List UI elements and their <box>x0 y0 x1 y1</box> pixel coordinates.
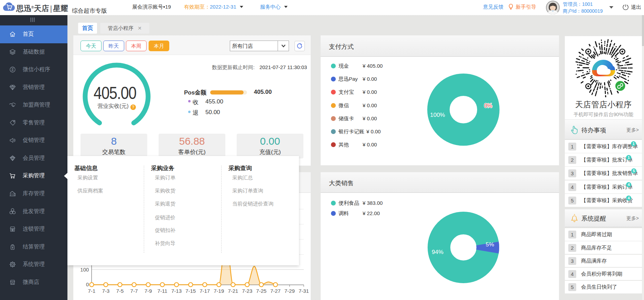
svg-text:7-5: 7-5 <box>116 288 124 294</box>
svg-text:7-29: 7-29 <box>285 288 295 294</box>
svg-text:94%: 94% <box>432 249 443 255</box>
svg-text:100: 100 <box>80 267 89 273</box>
svg-text:100%: 100% <box>430 112 445 118</box>
svg-text:7-7: 7-7 <box>130 288 138 294</box>
svg-text:0: 0 <box>86 281 89 287</box>
svg-text:7-27: 7-27 <box>270 288 281 294</box>
svg-text:0%: 0% <box>484 103 492 109</box>
svg-text:7-17: 7-17 <box>200 288 210 294</box>
svg-text:7-13: 7-13 <box>171 288 182 294</box>
svg-text:7-9: 7-9 <box>144 288 152 294</box>
svg-text:7-15: 7-15 <box>185 288 196 294</box>
svg-text:7-11: 7-11 <box>157 288 167 294</box>
svg-text:7-21: 7-21 <box>228 288 238 294</box>
svg-text:7-31: 7-31 <box>299 288 309 294</box>
svg-text:7-3: 7-3 <box>102 288 110 294</box>
svg-text:7-25: 7-25 <box>256 288 267 294</box>
svg-text:7-19: 7-19 <box>214 288 224 294</box>
svg-text:5%: 5% <box>486 241 494 248</box>
svg-text:7-23: 7-23 <box>242 288 252 294</box>
svg-text:7-1: 7-1 <box>88 288 96 294</box>
